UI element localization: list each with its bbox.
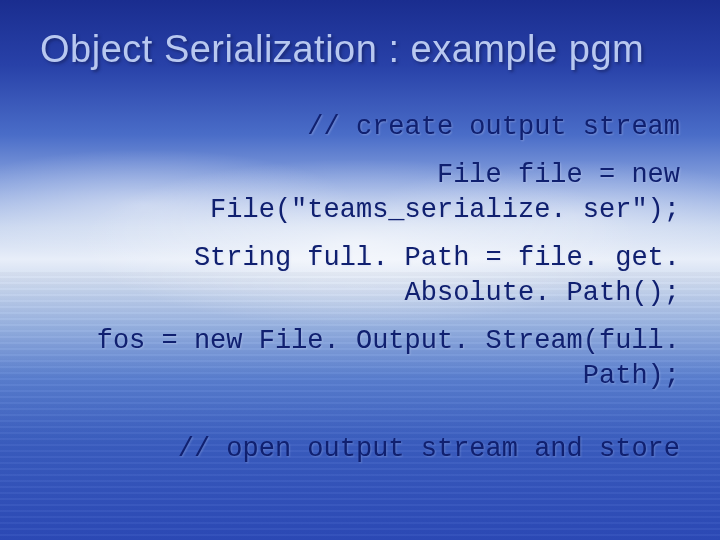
code-line-fullpath: String full. Path = file. get. Absolute.… [82,241,680,310]
code-line-comment-create: // create output stream [82,110,680,145]
slide-container: Object Serialization : example pgm // cr… [0,0,720,540]
code-line-file-new: File file = new File("teams_serialize. s… [82,158,680,227]
slide-title: Object Serialization : example pgm [40,28,680,72]
code-line-comment-open: // open output stream and store [40,434,680,464]
code-block: // create output stream File file = new … [40,110,680,394]
code-line-fos: fos = new File. Output. Stream(full. Pat… [82,324,680,393]
